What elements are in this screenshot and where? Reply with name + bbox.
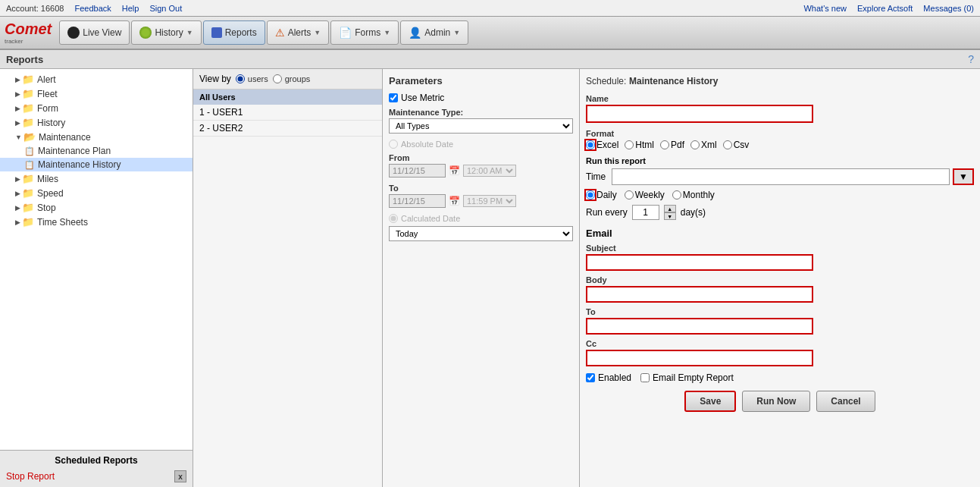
format-row: Excel Html Pdf Xml Csv [586, 140, 974, 150]
format-csv-radio[interactable] [723, 140, 732, 149]
time-input[interactable] [612, 168, 950, 185]
name-input[interactable] [586, 105, 813, 123]
tree-label-fleet: Fleet [37, 89, 58, 99]
maintenance-type-select[interactable]: All Types [389, 118, 573, 134]
calc-date-radio-group: Calculated Date [389, 214, 573, 223]
from-date-input [389, 164, 446, 178]
reports-button[interactable]: Reports [203, 20, 265, 45]
tree-label-stop: Stop [37, 203, 56, 213]
run-every-input[interactable] [632, 205, 659, 220]
file-icon: 📋 [24, 146, 35, 156]
feedback-link[interactable]: Feedback [74, 4, 111, 13]
reports-icon [211, 27, 222, 38]
time-label: Time [586, 171, 606, 182]
tree-item-form[interactable]: ▶ 📁 Form [0, 101, 193, 115]
calculated-date-radio[interactable] [389, 214, 398, 223]
to-group: To 📅 11:59 PM [389, 184, 573, 208]
tree-item-stop[interactable]: ▶ 📁 Stop [0, 200, 193, 215]
expand-icon: ▶ [15, 119, 20, 127]
user-item-2[interactable]: 2 - USER2 [193, 121, 382, 137]
time-row: Time ▼ [586, 168, 974, 185]
user-item-1[interactable]: 1 - USER1 [193, 105, 382, 121]
subject-input[interactable] [586, 254, 813, 271]
freq-weekly-label: Weekly [635, 190, 665, 200]
format-excel: Excel [586, 140, 618, 150]
whatsnew-link[interactable]: What's new [803, 4, 847, 13]
cancel-button[interactable]: Cancel [816, 391, 875, 412]
scheduled-reports: Scheduled Reports Stop Report x [0, 450, 193, 487]
help-link[interactable]: Help [122, 4, 139, 13]
to-time-select: 11:59 PM [463, 195, 516, 207]
admin-button[interactable]: 👤 Admin ▼ [400, 20, 468, 45]
to-input[interactable] [586, 318, 813, 335]
run-now-button[interactable]: Run Now [742, 391, 810, 412]
forms-button[interactable]: 📄 Forms ▼ [330, 20, 399, 45]
save-button[interactable]: Save [684, 391, 736, 412]
liveview-label: Live View [83, 27, 121, 38]
format-html-radio[interactable] [625, 140, 634, 149]
alerts-button[interactable]: ⚠ Alerts ▼ [267, 20, 330, 45]
format-pdf: Pdf [660, 140, 684, 150]
view-by: View by users groups [193, 69, 382, 90]
groups-radio[interactable] [273, 74, 282, 83]
history-dropdown-icon: ▼ [186, 29, 193, 36]
signout-link[interactable]: Sign Out [149, 4, 182, 13]
tree-item-history[interactable]: ▶ 📁 History [0, 115, 193, 130]
help-icon[interactable]: ? [968, 53, 974, 65]
folder-icon: 📁 [22, 202, 34, 213]
use-metric-checkbox[interactable] [389, 93, 398, 102]
cc-input[interactable] [586, 350, 813, 366]
freq-daily-label: Daily [596, 190, 617, 200]
calculated-value-select[interactable]: Today [389, 226, 573, 241]
freq-monthly-radio[interactable] [672, 190, 681, 200]
users-radio-group: users [236, 74, 268, 83]
tree-item-fleet[interactable]: ▶ 📁 Fleet [0, 86, 193, 101]
scheduled-item-label[interactable]: Stop Report [6, 471, 55, 482]
content: Reports ? ▶ 📁 Alert ▶ 📁 Fleet ▶ 📁 [0, 50, 980, 487]
explore-link[interactable]: Explore Actsoft [857, 4, 913, 13]
tree-item-maintenance-history[interactable]: 📋 Maintenance History [0, 158, 193, 171]
tree-label-maintenance-history: Maintenance History [38, 159, 121, 170]
run-report-label: Run this report [586, 156, 974, 165]
enabled-label: Enabled [598, 372, 631, 383]
alerts-label: Alerts [288, 27, 312, 38]
folder-icon: 📁 [22, 102, 34, 114]
to-label: To [389, 184, 573, 193]
tree-item-maintenance-plan[interactable]: 📋 Maintenance Plan [0, 144, 193, 158]
freq-weekly-radio[interactable] [625, 190, 634, 200]
left-panel: ▶ 📁 Alert ▶ 📁 Fleet ▶ 📁 Form ▶ 📁 [0, 69, 193, 487]
calendar-icon: 📅 [449, 196, 460, 206]
messages-link[interactable]: Messages (0) [923, 4, 974, 13]
spin-down-button[interactable]: ▼ [664, 212, 676, 220]
tree-item-maintenance[interactable]: ▼ 📂 Maintenance [0, 130, 193, 144]
email-empty-check: Email Empty Report [640, 372, 734, 383]
body-input[interactable] [586, 286, 813, 303]
tree-item-alert[interactable]: ▶ 📁 Alert [0, 72, 193, 86]
frequency-row: Daily Weekly Monthly [586, 190, 974, 200]
history-button[interactable]: History ▼ [131, 20, 201, 45]
email-empty-checkbox[interactable] [640, 373, 650, 382]
absolute-date-label: Absolute Date [401, 140, 453, 149]
reports-label: Reports [225, 27, 257, 38]
use-metric-label: Use Metric [401, 93, 444, 103]
to-group: To [586, 307, 974, 335]
freq-daily-radio[interactable] [586, 190, 595, 200]
freq-monthly-label: Monthly [683, 190, 715, 200]
tree-item-speed[interactable]: ▶ 📁 Speed [0, 186, 193, 200]
format-pdf-radio[interactable] [660, 140, 669, 149]
tree-item-miles[interactable]: ▶ 📁 Miles [0, 171, 193, 186]
tree-label-form: Form [37, 103, 58, 114]
format-xml-radio[interactable] [690, 140, 700, 149]
spin-up-button[interactable]: ▲ [664, 205, 676, 212]
tree-item-timesheets[interactable]: ▶ 📁 Time Sheets [0, 215, 193, 229]
absolute-date-radio[interactable] [389, 140, 398, 149]
users-radio[interactable] [236, 74, 245, 83]
enabled-checkbox[interactable] [586, 373, 595, 382]
groups-radio-label: groups [285, 74, 311, 83]
time-dropdown-button[interactable]: ▼ [953, 168, 974, 185]
close-scheduled-button[interactable]: x [174, 470, 186, 482]
liveview-button[interactable]: Live View [59, 20, 130, 45]
logo-sub: tracker [5, 38, 52, 45]
format-excel-radio[interactable] [586, 140, 595, 149]
from-time-select: 12:00 AM [463, 165, 516, 177]
